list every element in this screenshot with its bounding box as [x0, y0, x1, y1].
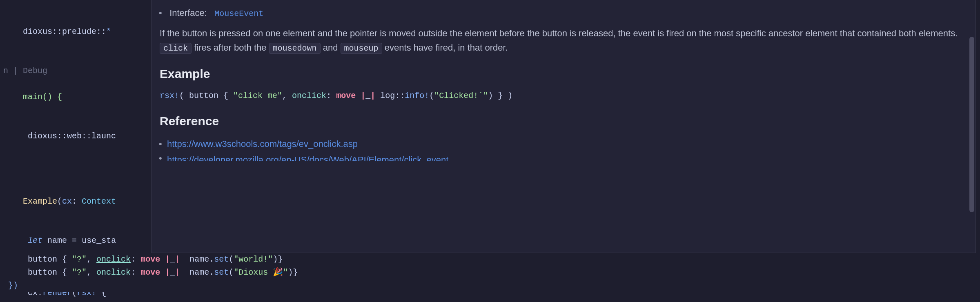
code-editor-lower[interactable]: button { "?", onclick: move |_| name.set…: [0, 253, 980, 292]
blank: [0, 51, 143, 64]
code-line-fn-main: main() {: [0, 78, 143, 117]
tooltip-paragraph: If the button is pressed on one element …: [160, 26, 967, 55]
codelens[interactable]: n | Debug: [0, 64, 143, 78]
reference-link-mdn[interactable]: https://developer.mozilla.org/en-US/docs…: [167, 155, 448, 161]
code-line-use: dioxus::prelude::*: [0, 12, 143, 51]
reference-link-w3schools[interactable]: https://www.w3schools.com/tags/ev_onclic…: [167, 139, 358, 149]
code-line-button-2: button { "?", onclick: move |_| name.set…: [0, 266, 980, 279]
code-line-button-1: button { "?", onclick: move |_| name.set…: [0, 253, 980, 266]
tooltip-scrollbar[interactable]: [968, 0, 976, 253]
inline-code-mouseup: mouseup: [341, 43, 382, 54]
blank: [0, 156, 143, 169]
interface-label: Interface:: [169, 8, 207, 18]
example-code-block: rsx!( button { "click me", onclick: move…: [160, 89, 967, 102]
inline-code-click: click: [160, 43, 192, 54]
heading-example: Example: [160, 64, 967, 84]
blank: [0, 169, 143, 182]
code-line-example-sig: Example(cx: Context: [0, 182, 143, 221]
onclick-hover-target[interactable]: onclick: [96, 255, 131, 264]
inline-code-mousedown: mousedown: [269, 43, 321, 54]
scrollbar-thumb[interactable]: [969, 37, 974, 212]
interface-list: Interface: MouseEvent: [160, 6, 967, 20]
code-line-launch: dioxus::web::launc: [0, 117, 143, 156]
heading-reference: Reference: [160, 111, 967, 131]
hover-documentation-tooltip[interactable]: Interface: MouseEvent If the button is p…: [151, 0, 976, 253]
code-line-close: }): [0, 279, 980, 292]
reference-list: https://www.w3schools.com/tags/ev_onclic…: [160, 137, 967, 165]
interface-type-link[interactable]: MouseEvent: [214, 8, 263, 18]
